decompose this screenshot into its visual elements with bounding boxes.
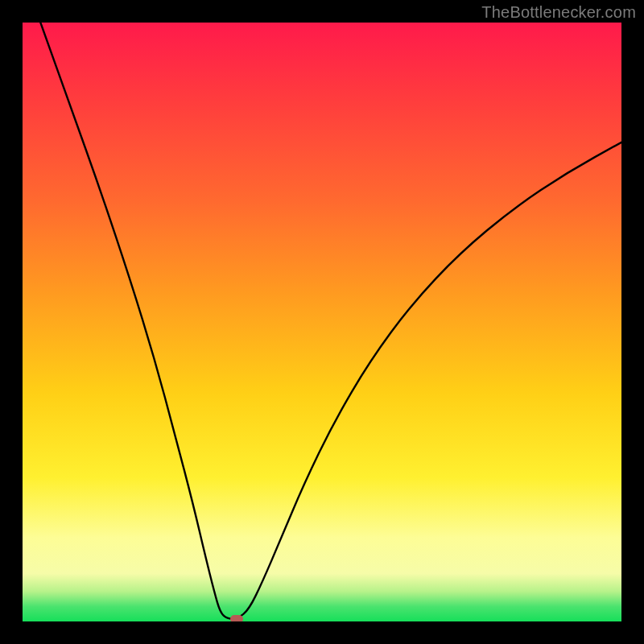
bottleneck-curve	[40, 23, 621, 619]
chart-frame: TheBottlenecker.com	[0, 0, 644, 644]
curve-layer	[23, 23, 621, 621]
optimum-marker	[230, 615, 243, 621]
plot-area	[23, 23, 621, 621]
watermark-text: TheBottlenecker.com	[481, 3, 636, 22]
